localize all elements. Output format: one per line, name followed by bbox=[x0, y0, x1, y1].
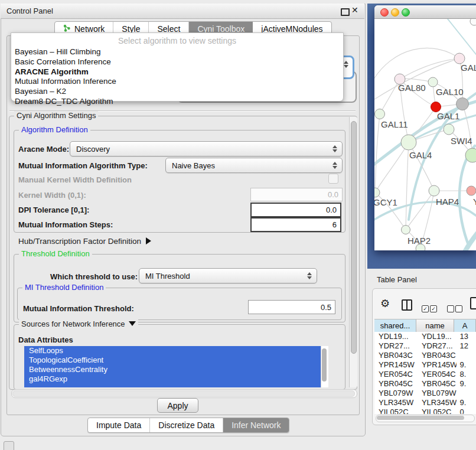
kernel-width-field[interactable] bbox=[250, 188, 343, 201]
attribute-list-item[interactable]: BetweennessCentrality bbox=[24, 365, 327, 374]
table-cell bbox=[457, 389, 476, 398]
table-hscrollbar-thumb[interactable] bbox=[377, 416, 464, 420]
data-attributes-list[interactable]: SelfLoopsTopologicalCoefficientBetweenne… bbox=[24, 346, 327, 387]
table-cell: YBL079W bbox=[374, 389, 418, 398]
mi-steps-field[interactable] bbox=[250, 217, 341, 232]
table-settings-gear-icon[interactable]: ⚙ bbox=[380, 297, 390, 310]
network-node-hap4[interactable] bbox=[429, 185, 439, 196]
table-cell: YBL079W bbox=[418, 389, 457, 398]
table-cell: YIL052C bbox=[418, 407, 457, 414]
node-label: GAL11 bbox=[381, 119, 408, 129]
sources-group-title[interactable]: Sources for Network Inference bbox=[19, 319, 138, 328]
dpi-tolerance-field[interactable] bbox=[250, 203, 341, 217]
which-threshold-combobox[interactable]: MI Threshold bbox=[139, 268, 317, 283]
deselect-all-checkbox-icon[interactable] bbox=[447, 305, 454, 312]
network-node-gal10[interactable] bbox=[428, 77, 438, 87]
tab-infer-network[interactable]: Infer Network bbox=[223, 418, 289, 432]
network-canvas[interactable]: GALGAL80GAL10GAL1GAL11SWI4GAL4GCY1HAP4YH… bbox=[374, 19, 476, 250]
select-all-checkbox-icon[interactable]: ✓ bbox=[422, 305, 429, 312]
network-node-y[interactable] bbox=[467, 186, 476, 195]
table-cell: YBR043C bbox=[418, 351, 457, 360]
table-cell: YLR345W bbox=[374, 398, 418, 407]
network-node-gal1[interactable] bbox=[431, 102, 441, 112]
attribute-list-item[interactable]: SelfLoops bbox=[24, 346, 327, 356]
network-node[interactable] bbox=[457, 98, 469, 110]
table-cell: YBR045C bbox=[418, 379, 457, 389]
node-label: GCY1 bbox=[374, 197, 397, 207]
node-label: GAL1 bbox=[437, 111, 459, 121]
minimize-window-icon[interactable] bbox=[391, 8, 399, 17]
node-label: GAL4 bbox=[409, 150, 432, 160]
table-cell: 0 bbox=[457, 407, 476, 414]
algorithm-option[interactable]: Bayesian – Hill Climbing bbox=[11, 47, 343, 57]
network-node[interactable] bbox=[416, 244, 425, 250]
document-icon[interactable] bbox=[470, 297, 476, 309]
table-cell: 8. bbox=[457, 370, 476, 379]
aracne-mode-combobox[interactable]: Discovery bbox=[70, 141, 343, 156]
apply-button[interactable]: Apply bbox=[157, 398, 198, 413]
algorithm-dropdown-popup: Select algorithm to view settings Bayesi… bbox=[11, 32, 344, 102]
table-cell: 13 bbox=[457, 332, 476, 341]
close-panel-icon[interactable]: ✕ bbox=[351, 5, 358, 15]
column-header-shared-name[interactable]: shared... bbox=[374, 319, 416, 332]
algorithm-option[interactable]: Bayesian – K2 bbox=[11, 87, 343, 97]
minimized-panel-icon[interactable] bbox=[4, 441, 14, 450]
table-cell: YER054C bbox=[418, 370, 457, 379]
algorithm-option[interactable]: ARACNE Algorithm bbox=[11, 67, 343, 77]
column-header-name[interactable]: name bbox=[416, 319, 454, 332]
algorithm-option[interactable]: Dream8 DC_TDC Algorithm bbox=[11, 97, 343, 107]
mi-threshold-field[interactable] bbox=[248, 300, 335, 314]
settings-scrollbar-thumb[interactable] bbox=[351, 121, 357, 354]
table-cell: YPR145W bbox=[418, 360, 457, 370]
table-row[interactable]: YLR345WYLR345W9. bbox=[374, 398, 476, 407]
manual-kernel-width-label: Manual Kernel Width Definition bbox=[18, 175, 132, 184]
tab-discretize-data[interactable]: Discretize Data bbox=[150, 418, 223, 432]
table-row[interactable]: YBL079WYBL079W bbox=[374, 389, 476, 398]
table-cell: 9. bbox=[457, 379, 476, 389]
control-panel-header bbox=[1, 4, 364, 19]
algorithm-option[interactable]: Mutual Information Inference bbox=[11, 77, 343, 87]
attribute-list-item[interactable]: gal4RGexp bbox=[24, 374, 327, 384]
horizontal-scrollbar-thumb[interactable] bbox=[12, 390, 355, 397]
node-label: SWI4 bbox=[451, 136, 472, 146]
select-all-checkbox-icon[interactable]: ✓ bbox=[430, 305, 437, 312]
network-window: GALGAL80GAL10GAL1GAL11SWI4GAL4GCY1HAP4YH… bbox=[374, 5, 476, 250]
algorithm-option[interactable]: Basic Correlation Inference bbox=[11, 57, 343, 67]
deselect-all-checkbox-icon[interactable] bbox=[455, 305, 462, 312]
zoom-window-icon[interactable] bbox=[402, 8, 410, 17]
mi-algorithm-type-combobox[interactable]: Naive Bayes bbox=[165, 158, 343, 173]
threshold-definition-title: Threshold Definition bbox=[19, 249, 92, 258]
combobox-stepper-icon bbox=[344, 61, 348, 68]
close-window-icon[interactable] bbox=[380, 8, 389, 17]
attribute-list-item[interactable]: TopologicalCoefficient bbox=[24, 356, 327, 365]
split-column-icon[interactable] bbox=[402, 299, 412, 311]
mi-algorithm-type-label: Mutual Information Algorithm Type: bbox=[18, 161, 148, 170]
table-row[interactable]: YER054CYER054C8. bbox=[374, 370, 476, 379]
tab-impute-data[interactable]: Impute Data bbox=[88, 418, 150, 432]
table-cell: YBR045C bbox=[374, 379, 418, 389]
network-node-gal11[interactable] bbox=[375, 109, 385, 119]
network-node-hap2[interactable] bbox=[402, 226, 410, 234]
network-node-gal4[interactable] bbox=[401, 135, 416, 150]
table-row[interactable]: YBR045CYBR045C9. bbox=[374, 379, 476, 389]
table-cell: 12 bbox=[457, 341, 476, 351]
network-window-titlebar[interactable] bbox=[374, 5, 476, 19]
combobox-stepper-icon bbox=[307, 272, 312, 279]
column-header-partial[interactable]: A bbox=[454, 319, 476, 332]
attributes-scrollbar-thumb[interactable] bbox=[322, 348, 327, 381]
table-cell: YPR145W bbox=[374, 360, 418, 370]
manual-kernel-width-checkbox[interactable] bbox=[328, 174, 338, 184]
application-window: Control Panel ✕ Network Style Select Cyn… bbox=[0, 0, 476, 450]
table-row[interactable]: YPR145WYPR145W9. bbox=[374, 360, 476, 370]
hub-definition-expander[interactable]: Hub/Transcription Factor Definition bbox=[18, 237, 151, 246]
network-node[interactable] bbox=[470, 19, 476, 25]
table-row[interactable]: YDL19...YDL19...13 bbox=[374, 332, 476, 341]
table-body[interactable]: YDL19...YDL19...13YDR27...YDR27...12YBR0… bbox=[374, 332, 476, 414]
table-row[interactable]: YDR27...YDR27...12 bbox=[374, 341, 476, 351]
network-node-swi4[interactable] bbox=[444, 124, 454, 135]
float-panel-icon[interactable] bbox=[341, 8, 350, 16]
data-attributes-label: Data Attributes bbox=[18, 335, 73, 344]
table-row[interactable]: YIL052CYIL052C0 bbox=[374, 407, 476, 414]
table-panel-title: Table Panel bbox=[377, 275, 417, 284]
table-row[interactable]: YBR043CYBR043C bbox=[374, 351, 476, 360]
